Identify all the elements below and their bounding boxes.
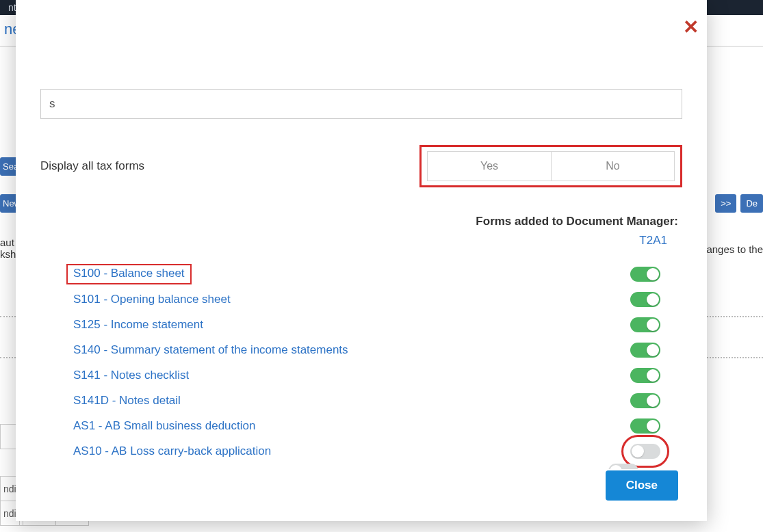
form-list: S100 - Balance sheetS101 - Opening balan…: [40, 261, 682, 464]
form-link[interactable]: S100 - Balance sheet: [66, 264, 192, 284]
delete-button[interactable]: De: [740, 194, 763, 213]
form-link[interactable]: S125 - Income statement: [73, 318, 203, 332]
no-option[interactable]: No: [551, 152, 674, 181]
yes-option[interactable]: Yes: [428, 152, 551, 181]
form-row: AS10 - AB Loss carry-back application: [73, 438, 682, 464]
search-input[interactable]: [40, 89, 682, 119]
form-link[interactable]: S101 - Opening balance sheet: [73, 293, 231, 306]
close-button[interactable]: Close: [606, 470, 678, 501]
bg-text-fragment-right: anges to the: [706, 243, 763, 255]
form-row: S101 - Opening balance sheet: [73, 287, 682, 312]
doc-manager-link-t2a1[interactable]: T2A1: [639, 234, 667, 247]
yes-no-highlight-box: Yes No: [419, 145, 682, 187]
form-toggle[interactable]: [630, 343, 660, 358]
form-toggle[interactable]: [630, 444, 660, 459]
form-link[interactable]: AS10 - AB Loss carry-back application: [73, 444, 271, 458]
doc-manager-header: Forms added to Document Manager:: [40, 215, 682, 228]
form-toggle[interactable]: [630, 292, 660, 307]
form-link[interactable]: S141D - Notes detail: [73, 394, 181, 408]
toggle-partial: [608, 464, 638, 469]
form-link[interactable]: S141 - Notes checklist: [73, 369, 189, 382]
form-link[interactable]: AS1 - AB Small business deduction: [73, 419, 255, 433]
form-toggle[interactable]: [630, 267, 660, 282]
forms-modal: ✕ Display all tax forms Yes No Forms add…: [16, 0, 707, 521]
form-row: S100 - Balance sheet: [73, 261, 682, 287]
form-toggle[interactable]: [630, 393, 660, 408]
form-row: S125 - Income statement: [73, 312, 682, 337]
yes-no-toggle: Yes No: [427, 151, 675, 181]
form-row: S141D - Notes detail: [73, 388, 682, 413]
bg-text-fragment: aut ksh: [0, 237, 16, 260]
form-row: AS1 - AB Small business deduction: [73, 413, 682, 438]
display-all-forms-label: Display all tax forms: [40, 159, 144, 173]
form-row: S140 - Summary statement of the income s…: [73, 337, 682, 362]
form-link[interactable]: S140 - Summary statement of the income s…: [73, 343, 348, 357]
close-icon[interactable]: ✕: [683, 18, 699, 37]
next-page-button[interactable]: >>: [715, 194, 736, 213]
form-toggle[interactable]: [630, 317, 660, 332]
form-toggle[interactable]: [630, 418, 660, 434]
form-toggle[interactable]: [630, 368, 660, 383]
form-row: S141 - Notes checklist: [73, 362, 682, 388]
